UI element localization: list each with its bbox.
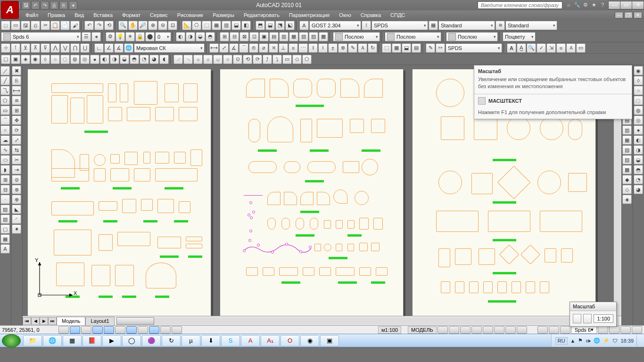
tool-icon[interactable]: ⊡ [249,32,259,41]
otrack-toggle[interactable] [126,326,137,334]
task-explorer-icon[interactable]: 📁 [23,335,42,346]
tool-icon[interactable]: ▨ [309,32,318,41]
dim-break-icon[interactable]: ⫲ [318,43,328,53]
tool-icon[interactable]: ◈ [622,195,632,204]
dim-radius-icon[interactable]: ® [249,43,258,53]
ellipse-arc-icon[interactable]: ◗ [0,165,10,174]
tray-icon[interactable]: 🛡 [612,338,618,344]
mlstyle-icon[interactable]: ≋ [495,21,505,30]
tool-icon[interactable]: ◇ [292,55,302,64]
scale-value-input[interactable]: 1:100 [594,314,613,323]
tool-icon[interactable]: □ [1,21,10,30]
copy-icon[interactable]: ⎘ [12,76,21,85]
tool-icon[interactable]: ◎ [634,115,643,125]
tool-icon[interactable]: ◆ [622,175,632,184]
table-style-combo[interactable]: Standard [438,21,495,30]
dim-angular-icon[interactable]: ∡ [229,43,239,53]
tool-icon[interactable]: ⤴ [263,55,272,64]
tool-icon[interactable]: ⬤ [145,32,155,41]
tool-icon[interactable]: ◒ [634,155,643,165]
tool-icon[interactable]: ◌ [634,96,643,105]
tool-icon[interactable]: ▤ [412,43,421,53]
polygon-icon[interactable]: ⬠ [0,96,10,105]
point-icon[interactable]: · [0,195,10,204]
help-icon[interactable]: ? [599,2,606,8]
tool-icon[interactable]: ∡ [114,43,124,53]
polyline-icon[interactable]: ⺄ [0,86,10,95]
tool-icon[interactable]: ◒ [120,55,129,64]
tool-icon[interactable]: ● [90,55,99,64]
tool-icon[interactable]: ○ [634,86,643,95]
tool-icon[interactable]: ◕ [149,55,159,64]
tool-icon[interactable]: ⎙ [31,21,40,30]
tool-icon[interactable]: ✎ [426,43,435,53]
task-totalcmd-icon[interactable]: ▦ [63,335,82,346]
tool-icon[interactable]: ▭ [11,21,20,30]
qat-undo-icon[interactable]: ↶ [31,1,40,9]
star-icon[interactable]: ★ [591,2,597,8]
dim-style-combo[interactable]: SPDS [372,21,428,30]
infocenter-search-input[interactable] [478,1,562,9]
dim-diameter-icon[interactable]: ⌀ [259,43,268,53]
task-autocad-icon[interactable]: A [241,335,260,346]
tool-icon[interactable]: ◑ [634,145,643,155]
plotstyle-combo[interactable]: Поцвету [503,32,536,41]
dim-jogged-icon[interactable]: ⤨ [269,43,278,53]
menu-размеры[interactable]: Размеры [208,11,239,19]
tool-icon[interactable]: ◧ [241,21,251,30]
tool-icon[interactable]: ▥ [622,125,632,135]
tool-icon[interactable]: ⟑ [203,55,213,64]
ducs-toggle[interactable] [138,326,148,334]
break-icon[interactable]: ⊗ [12,185,21,194]
qat-save-icon[interactable]: 🖫 [22,1,30,9]
tool-icon[interactable]: ⬔ [275,21,285,30]
text-style-combo[interactable]: GOST 2.304 [309,21,361,30]
clean-screen-icon[interactable] [632,326,642,334]
tool-icon[interactable]: ⊻ [21,43,30,53]
status-icon[interactable] [438,326,448,334]
menu-спдс[interactable]: СПДС [386,11,410,19]
tool-icon[interactable]: ● [634,125,643,135]
menu-справка[interactable]: Справка [356,11,386,19]
scale-display[interactable]: м1:100 [378,326,401,334]
tool-icon[interactable]: ◉ [634,66,643,75]
tool-icon[interactable]: ▦ [289,32,298,41]
lwt-toggle[interactable] [160,326,171,334]
model-paper-toggle[interactable]: МОДЕЛЬ [408,326,437,334]
tool-icon[interactable]: ∟ [94,43,104,53]
scale-icon[interactable]: ⤢ [12,135,21,145]
region-icon[interactable]: ▢ [0,224,10,234]
tool-icon[interactable]: ⋀ [50,43,60,53]
tool-icon[interactable]: ⬚ [202,21,211,30]
tool-icon[interactable]: ⊕ [148,21,157,30]
tool-icon[interactable]: ↷ [94,21,104,30]
tool-icon[interactable]: 🔍 [118,21,128,30]
tool-icon[interactable]: 📋 [50,21,60,30]
menu-рисование[interactable]: Рисование [173,11,208,19]
tool-icon[interactable]: ⊺ [11,43,20,53]
linetype-combo[interactable]: Послою [385,32,441,41]
tool-icon[interactable]: ▦ [212,21,221,30]
extend-icon[interactable]: ⇥ [12,165,21,174]
dim-edit-icon[interactable]: ✎ [348,43,357,53]
status-icon[interactable] [494,326,504,334]
tool-icon[interactable]: ⊙ [233,55,242,64]
tool-icon[interactable]: ◐ [634,135,643,145]
annoscale-icon[interactable] [537,326,548,334]
tool-icon[interactable]: 🔒 [135,32,145,41]
menu-правка[interactable]: Правка [43,11,70,19]
tool-icon[interactable]: ⊼ [31,43,40,53]
tool-icon[interactable]: ⊖ [158,21,167,30]
tool-icon[interactable]: ▩ [622,165,632,174]
tab-layout1[interactable]: Layout1 [85,317,114,325]
minimize-button[interactable]: — [608,1,620,9]
status-icon[interactable] [460,326,471,334]
text-find-icon[interactable]: 🔍 [527,43,536,53]
scale-floating-panel[interactable]: Масштаб 1:100 [570,302,617,327]
tool-icon[interactable]: ✋ [128,21,138,30]
rectangle-icon[interactable]: ▭ [0,106,10,115]
tool-icon[interactable]: ◖ [159,55,169,64]
dim-update-icon[interactable]: ↻ [368,43,377,53]
stretch-icon[interactable]: ⇆ [12,145,21,155]
task-opera-icon[interactable]: O [281,335,299,346]
